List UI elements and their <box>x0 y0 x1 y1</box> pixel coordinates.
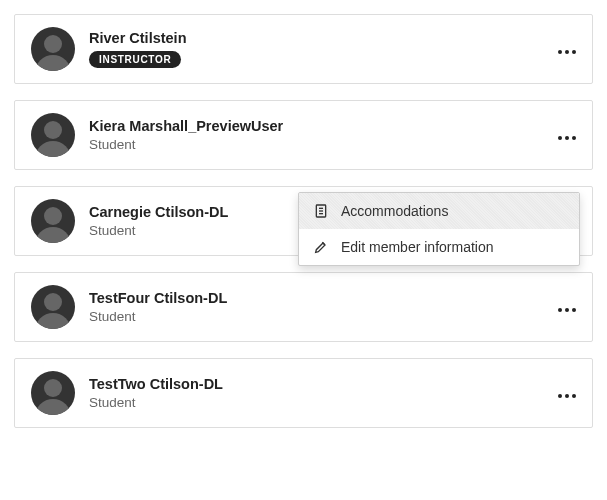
member-row[interactable]: Kiera Marshall_PreviewUserStudent <box>14 100 593 170</box>
member-info: TestTwo Ctilson-DLStudent <box>89 376 546 410</box>
member-row[interactable]: TestTwo Ctilson-DLStudent <box>14 358 593 428</box>
more-icon <box>558 50 576 54</box>
more-icon <box>558 394 576 398</box>
more-icon <box>558 136 576 140</box>
member-row[interactable]: TestFour Ctilson-DLStudent <box>14 272 593 342</box>
row-actions-button[interactable] <box>546 126 576 144</box>
member-role: Student <box>89 395 546 410</box>
context-menu-item-label: Accommodations <box>341 203 448 219</box>
context-menu-item-accommodations[interactable]: Accommodations <box>299 193 579 229</box>
member-name: TestTwo Ctilson-DL <box>89 376 546 392</box>
avatar <box>31 285 75 329</box>
member-info: Kiera Marshall_PreviewUserStudent <box>89 118 546 152</box>
member-name: TestFour Ctilson-DL <box>89 290 546 306</box>
more-icon <box>558 308 576 312</box>
accommodations-icon <box>313 203 329 219</box>
avatar <box>31 113 75 157</box>
edit-icon <box>313 239 329 255</box>
member-info: TestFour Ctilson-DLStudent <box>89 290 546 324</box>
member-name: River Ctilstein <box>89 30 546 46</box>
member-info: River CtilsteinINSTRUCTOR <box>89 30 546 68</box>
row-actions-button[interactable] <box>546 384 576 402</box>
context-menu-item-label: Edit member information <box>341 239 494 255</box>
row-actions-button[interactable] <box>546 298 576 316</box>
avatar <box>31 199 75 243</box>
instructor-badge: INSTRUCTOR <box>89 51 181 68</box>
avatar <box>31 371 75 415</box>
context-menu-item-edit[interactable]: Edit member information <box>299 229 579 265</box>
row-actions-button[interactable] <box>546 40 576 58</box>
member-row[interactable]: River CtilsteinINSTRUCTOR <box>14 14 593 84</box>
avatar <box>31 27 75 71</box>
member-name: Kiera Marshall_PreviewUser <box>89 118 546 134</box>
context-menu: Accommodations Edit member information <box>298 192 580 266</box>
member-role: Student <box>89 137 546 152</box>
member-role: Student <box>89 309 546 324</box>
